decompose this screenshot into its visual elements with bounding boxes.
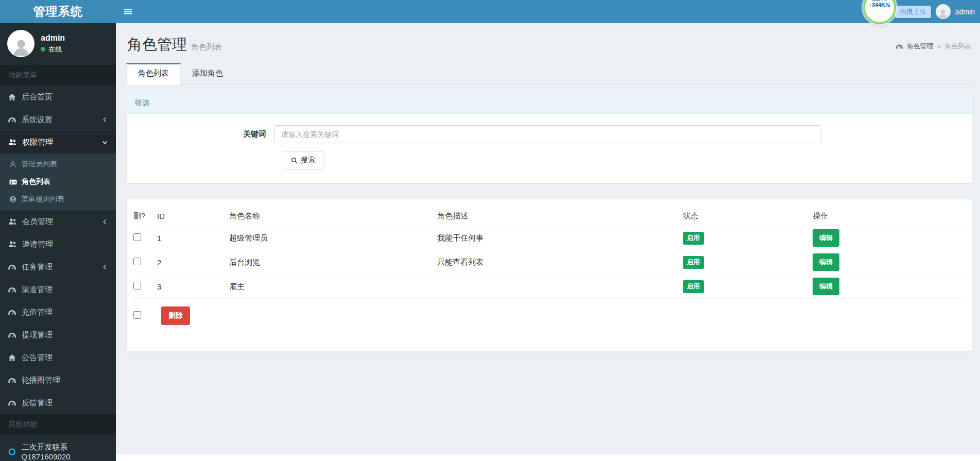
chevron-left-icon xyxy=(102,264,108,270)
online-dot-icon xyxy=(41,47,45,52)
search-button[interactable]: 搜索 xyxy=(283,151,323,169)
table-header-row: 删? ID 角色名称 角色描述 状态 操作 xyxy=(133,207,965,226)
sidebar-user-panel: admin 在线 xyxy=(0,23,116,65)
gauge-icon xyxy=(8,286,16,294)
id-card-icon xyxy=(9,178,17,186)
users-icon xyxy=(8,240,16,248)
navbar-username[interactable]: admin xyxy=(955,8,975,16)
tab-add-role[interactable]: 添加角色 xyxy=(181,63,234,84)
sidebar-item-invites[interactable]: 邀请管理 xyxy=(0,233,116,255)
filter-panel-title: 筛选 xyxy=(127,93,972,114)
app-logo[interactable]: 管理系统 xyxy=(0,0,116,23)
tab-bar: 角色列表 添加角色 xyxy=(126,63,972,84)
page-subtitle: 角色列表 xyxy=(191,42,222,51)
sidebar-subitem-menu-rules[interactable]: 菜单规则列表 xyxy=(0,191,116,208)
table-row: 2 后台浏览 只能查看列表 启用 编辑 xyxy=(133,250,965,275)
row-checkbox[interactable] xyxy=(133,233,141,241)
sidebar-item-dev-contact[interactable]: 二次开发联系Q1871609020 xyxy=(0,435,116,461)
role-id: 1 xyxy=(157,234,229,243)
breadcrumb-current: 角色列表 xyxy=(944,42,971,51)
row-checkbox[interactable] xyxy=(133,258,141,265)
gauge-icon xyxy=(8,309,16,316)
sidebar-item-carousel[interactable]: 轮播图管理 xyxy=(0,369,116,391)
col-header-name: 角色名称 xyxy=(229,211,437,221)
home-icon xyxy=(8,354,16,362)
sidebar-subitem-admin-list[interactable]: 管理员列表 xyxy=(0,156,116,173)
role-desc: 只能查看列表 xyxy=(437,258,683,267)
top-navbar: 管理系统 拖拽上传 admin xyxy=(0,0,980,23)
filter-panel-body: 关键词 搜索 xyxy=(127,114,972,183)
table-row: 3 雇主 启用 编辑 xyxy=(133,275,965,299)
sidebar-item-permissions[interactable]: 权限管理 xyxy=(0,131,116,153)
col-header-desc: 角色描述 xyxy=(437,211,683,221)
sidebar-item-tasks[interactable]: 任务管理 xyxy=(0,255,116,278)
role-name: 雇主 xyxy=(229,282,437,292)
gauge-icon xyxy=(896,43,903,50)
chevron-down-icon xyxy=(102,140,108,145)
col-header-status: 状态 xyxy=(683,211,813,221)
menu-section-header-other: 其他功能 xyxy=(0,414,116,435)
search-icon xyxy=(291,157,298,164)
role-desc: 我能干任何事 xyxy=(437,233,683,243)
sidebar-username: admin xyxy=(41,33,65,43)
sidebar-item-recharge[interactable]: 充值管理 xyxy=(0,301,116,323)
status-badge[interactable]: 启用 xyxy=(683,280,704,293)
delete-button[interactable]: 删除 xyxy=(161,306,190,325)
drag-upload-label: 拖拽上传 xyxy=(895,6,931,18)
role-id: 2 xyxy=(157,258,229,267)
gauge-icon xyxy=(8,331,16,339)
main-content: 角色管理角色列表 角色管理 > 角色列表 角色列表 添加角色 筛选 关键词 xyxy=(116,23,980,454)
sidebar-subitem-role-list[interactable]: 角色列表 xyxy=(0,173,116,191)
status-badge[interactable]: 启用 xyxy=(683,232,704,245)
menu-section-header: 功能菜单 xyxy=(0,65,116,86)
content-header: 角色管理角色列表 角色管理 > 角色列表 xyxy=(126,30,972,55)
user-outline-icon xyxy=(9,161,16,168)
avatar xyxy=(7,30,35,57)
users-icon xyxy=(8,138,16,146)
keyword-label: 关键词 xyxy=(134,129,274,139)
tab-role-list[interactable]: 角色列表 xyxy=(126,63,181,84)
roles-table-panel: 删? ID 角色名称 角色描述 状态 操作 1 超级管理员 我能干任何事 启用 … xyxy=(126,199,972,352)
role-name: 超级管理员 xyxy=(229,233,437,243)
sidebar-menu: 后台首页 系统设置 权限管理 管理员列表 角色列表 xyxy=(0,86,116,414)
page-title: 角色管理 xyxy=(127,36,187,53)
sidebar-item-members[interactable]: 会员管理 xyxy=(0,210,116,233)
gauge-icon xyxy=(8,377,16,384)
sidebar-item-announcements[interactable]: 公告管理 xyxy=(0,346,116,369)
sidebar-item-system-settings[interactable]: 系统设置 xyxy=(0,108,116,131)
user-silhouette-icon xyxy=(11,37,31,57)
chevron-left-icon xyxy=(102,117,108,123)
col-header-action: 操作 xyxy=(813,211,965,221)
select-all-checkbox[interactable] xyxy=(133,311,141,319)
gauge-icon xyxy=(8,116,16,124)
speed-rate-text: ↑344K/s xyxy=(869,2,890,8)
status-badge[interactable]: 启用 xyxy=(683,256,704,269)
role-name: 后台浏览 xyxy=(229,258,437,267)
breadcrumb-section[interactable]: 角色管理 xyxy=(906,42,933,51)
circle-o-icon xyxy=(8,448,15,456)
edit-button[interactable]: 编辑 xyxy=(813,253,839,271)
role-id: 3 xyxy=(157,282,229,291)
footer xyxy=(116,454,980,461)
avatar[interactable] xyxy=(936,4,951,19)
breadcrumb: 角色管理 > 角色列表 xyxy=(896,42,971,51)
breadcrumb-separator: > xyxy=(937,43,941,50)
user-silhouette-icon xyxy=(937,8,949,19)
sidebar-toggle-button[interactable] xyxy=(124,0,144,23)
col-header-id: ID xyxy=(157,212,229,220)
sidebar-item-feedback[interactable]: 反馈管理 xyxy=(0,391,116,414)
edit-button[interactable]: 编辑 xyxy=(813,229,839,247)
users-icon xyxy=(8,217,16,226)
gauge-icon xyxy=(8,399,16,407)
chevron-left-icon xyxy=(102,219,108,225)
gauge-icon xyxy=(8,263,16,271)
sidebar-item-channels[interactable]: 渠道管理 xyxy=(0,278,116,301)
row-checkbox[interactable] xyxy=(133,282,141,289)
bulk-delete-row: 删除 xyxy=(133,299,965,329)
user-circle-icon xyxy=(9,196,16,203)
keyword-input[interactable] xyxy=(274,125,821,143)
sidebar-item-home[interactable]: 后台首页 xyxy=(0,86,116,108)
edit-button[interactable]: 编辑 xyxy=(813,278,839,295)
sidebar-item-withdraw[interactable]: 提现管理 xyxy=(0,323,116,346)
col-header-delete: 删? xyxy=(133,211,157,221)
